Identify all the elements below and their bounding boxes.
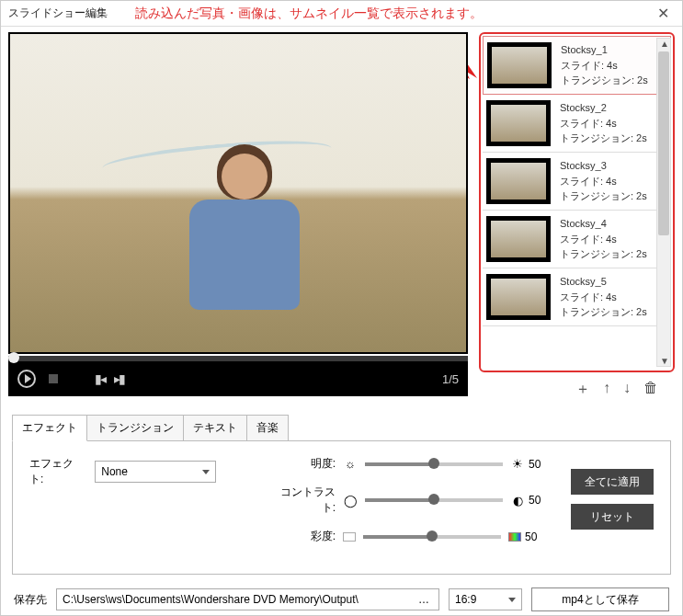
save-mp4-button[interactable]: mp4として保存 — [531, 587, 669, 611]
chevron-down-icon — [202, 470, 210, 474]
thumbnail-panel: Stocksy_1 スライド: 4s トランジション: 2s Stocksy_2… — [479, 32, 675, 372]
aspect-ratio-value: 16:9 — [455, 593, 476, 606]
effect-panel: エフェクト: None 明度: ☼ ☀ 50 コントラスト: ◯ — [12, 440, 671, 575]
tab-text[interactable]: テキスト — [184, 415, 247, 441]
save-row: 保存先 C:\Users\ws\Documents\Wondershare DV… — [1, 578, 682, 616]
effect-select[interactable]: None — [95, 461, 216, 483]
annotation-text: 読み込んだ写真・画像は、サムネイル一覧で表示されます。 — [135, 6, 652, 22]
brightness-low-icon: ☼ — [343, 457, 358, 472]
preview-area — [8, 32, 468, 354]
progress-handle[interactable] — [8, 352, 19, 363]
add-thumbnail-button[interactable]: ＋ — [575, 380, 590, 399]
aspect-ratio-select[interactable]: 16:9 — [449, 588, 522, 610]
thumbnail-slide-duration: スライド: 4s — [560, 174, 647, 189]
saturation-low-icon — [343, 532, 356, 542]
apply-all-button[interactable]: 全てに適用 — [571, 469, 654, 495]
effect-label: エフェクト: — [29, 456, 84, 487]
effect-select-value: None — [101, 465, 128, 478]
move-up-button[interactable]: ↑ — [603, 380, 610, 399]
saturation-label: 彩度: — [280, 529, 336, 544]
window-title: スライドショー編集 — [8, 6, 108, 21]
contrast-knob[interactable] — [428, 494, 439, 505]
thumbnail-item[interactable]: Stocksy_3 スライド: 4s トランジション: 2s — [483, 153, 671, 211]
thumbnail-transition-duration: トランジション: 2s — [561, 73, 648, 88]
browse-button[interactable]: … — [415, 593, 433, 606]
thumbnail-transition-duration: トランジション: 2s — [560, 246, 647, 262]
thumbnail-image — [486, 274, 551, 320]
thumbnail-name: Stocksy_2 — [560, 100, 647, 116]
saturation-knob[interactable] — [427, 530, 438, 542]
brightness-value: 50 — [529, 458, 552, 471]
thumbnail-toolbar: ＋ ↑ ↓ 🗑 — [479, 372, 675, 403]
thumbnail-slide-duration: スライド: 4s — [561, 58, 648, 74]
thumbnail-slide-duration: スライド: 4s — [560, 232, 647, 247]
saturation-high-icon — [508, 532, 521, 542]
prev-slide-button[interactable]: ▮◂ — [95, 371, 105, 386]
close-icon[interactable]: ✕ — [652, 5, 675, 22]
thumbnail-image — [486, 216, 551, 262]
brightness-high-icon: ☀ — [510, 457, 525, 472]
tab-bar: エフェクト トランジション テキスト 音楽 — [12, 414, 671, 440]
thumbnail-transition-duration: トランジション: 2s — [560, 131, 647, 146]
tab-transition[interactable]: トランジション — [87, 415, 184, 441]
thumbnail-item[interactable]: Stocksy_5 スライド: 4s トランジション: 2s — [483, 268, 671, 326]
brightness-knob[interactable] — [428, 458, 439, 469]
save-path-input[interactable]: C:\Users\ws\Documents\Wondershare DVD Me… — [56, 588, 439, 610]
contrast-label: コントラスト: — [280, 485, 336, 516]
chevron-down-icon — [508, 598, 516, 602]
thumbnail-slide-duration: スライド: 4s — [560, 116, 647, 131]
slide-counter: 1/5 — [442, 372, 459, 386]
thumbnail-name: Stocksy_1 — [561, 42, 648, 58]
contrast-high-icon: ◐ — [510, 493, 525, 508]
thumbnail-name: Stocksy_4 — [560, 216, 647, 232]
tab-effect[interactable]: エフェクト — [12, 415, 87, 441]
thumbnail-name: Stocksy_3 — [560, 158, 647, 174]
thumbnail-scrollbar[interactable]: ▲ ▼ — [656, 38, 671, 367]
saturation-slider[interactable] — [363, 535, 501, 539]
scroll-down-icon[interactable]: ▼ — [660, 356, 669, 366]
thumbnail-image — [487, 42, 552, 88]
scroll-thumb[interactable] — [658, 51, 669, 235]
player-controls: ▮◂ ▸▮ 1/5 — [8, 361, 468, 396]
contrast-value: 50 — [529, 494, 552, 507]
brightness-label: 明度: — [280, 456, 336, 472]
thumbnail-image — [486, 158, 551, 204]
titlebar: スライドショー編集 読み込んだ写真・画像は、サムネイル一覧で表示されます。 ✕ — [1, 1, 682, 27]
play-icon — [25, 374, 31, 383]
thumbnail-item[interactable]: Stocksy_4 スライド: 4s トランジション: 2s — [483, 211, 671, 268]
thumbnail-slide-duration: スライド: 4s — [560, 290, 647, 305]
scroll-up-icon[interactable]: ▲ — [660, 39, 669, 49]
thumbnail-list[interactable]: Stocksy_1 スライド: 4s トランジション: 2s Stocksy_2… — [483, 36, 671, 369]
stop-button[interactable] — [49, 374, 58, 383]
play-button[interactable] — [17, 370, 36, 388]
contrast-low-icon: ◯ — [343, 493, 358, 508]
thumbnail-image — [486, 100, 551, 146]
preview-image — [10, 34, 466, 352]
reset-button[interactable]: リセット — [571, 504, 654, 530]
thumbnail-name: Stocksy_5 — [560, 274, 647, 290]
progress-bar[interactable] — [8, 356, 468, 361]
save-path-value: C:\Users\ws\Documents\Wondershare DVD Me… — [63, 593, 359, 606]
thumbnail-item[interactable]: Stocksy_1 スライド: 4s トランジション: 2s — [483, 36, 671, 95]
next-slide-button[interactable]: ▸▮ — [114, 371, 124, 386]
thumbnail-item[interactable]: Stocksy_2 スライド: 4s トランジション: 2s — [483, 95, 671, 153]
brightness-slider[interactable] — [365, 462, 503, 466]
contrast-slider[interactable] — [365, 498, 503, 502]
thumbnail-transition-duration: トランジション: 2s — [560, 188, 647, 204]
move-down-button[interactable]: ↓ — [623, 380, 631, 399]
saturation-value: 50 — [525, 530, 549, 543]
thumbnail-transition-duration: トランジション: 2s — [560, 304, 647, 320]
save-path-label: 保存先 — [14, 592, 47, 608]
delete-thumbnail-button[interactable]: 🗑 — [643, 380, 658, 399]
tab-music[interactable]: 音楽 — [247, 415, 289, 441]
